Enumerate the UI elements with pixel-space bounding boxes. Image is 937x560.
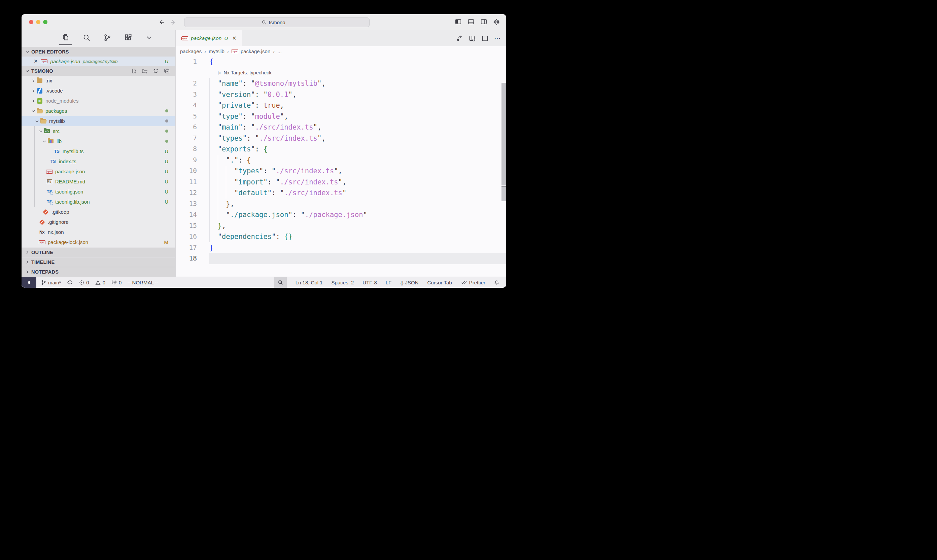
notepads-section-header[interactable]: NOTEPADS bbox=[22, 267, 175, 277]
status-0[interactable]: 0 bbox=[111, 280, 122, 285]
tree-item-lib[interactable]: lib bbox=[22, 136, 175, 146]
tree-item-mytslib[interactable]: mytslib bbox=[22, 116, 175, 126]
close-tab-icon[interactable]: ✕ bbox=[232, 35, 237, 42]
status-cursor-tab[interactable]: Cursor Tab bbox=[428, 280, 452, 285]
split-editor-icon[interactable] bbox=[482, 35, 488, 42]
tree-item-tsconfig-lib-json[interactable]: TStsconfig.lib.jsonU bbox=[22, 197, 175, 207]
code-area[interactable]: 1{▷Nx Targets: typecheck2 "name": "@tsmo… bbox=[176, 56, 506, 277]
status-normal[interactable]: -- NORMAL -- bbox=[127, 280, 158, 285]
tree-item--vscode[interactable]: .vscode bbox=[22, 86, 175, 96]
tree-item-label: .gitkeep bbox=[51, 209, 69, 215]
tree-item-package-json[interactable]: npmpackage.jsonU bbox=[22, 166, 175, 177]
codelens-nx-targets[interactable]: ▷Nx Targets: typecheck bbox=[176, 67, 506, 78]
timeline-title: TIMELINE bbox=[31, 260, 54, 265]
tab-package-json[interactable]: npm package.json U ✕ bbox=[176, 30, 242, 46]
zoom-in-button[interactable] bbox=[274, 277, 287, 288]
code-line-17[interactable]: 17} bbox=[176, 242, 506, 254]
minimize-window-button[interactable] bbox=[36, 20, 40, 24]
run-layout-icon[interactable] bbox=[469, 35, 475, 42]
refresh-icon[interactable] bbox=[153, 68, 159, 74]
code-line-12[interactable]: 12 "default": "./src/index.ts" bbox=[176, 188, 506, 198]
tree-item-readme-md[interactable]: M↓README.mdU bbox=[22, 177, 175, 187]
status-label: 0 bbox=[119, 280, 122, 285]
tree-item-tsconfig-json[interactable]: TStsconfig.jsonU bbox=[22, 187, 175, 197]
breadcrumb-item[interactable]: npmpackage.json bbox=[232, 48, 270, 54]
status-lf[interactable]: LF bbox=[386, 280, 392, 285]
code-line-10[interactable]: 10 "types": "./src/index.ts", bbox=[176, 166, 506, 177]
code-line-14[interactable]: 14 "./package.json": "./package.json" bbox=[176, 209, 506, 220]
new-folder-icon[interactable] bbox=[142, 68, 148, 74]
code-line-15[interactable]: 15 }, bbox=[176, 220, 506, 232]
status-ln-18-col-1[interactable]: Ln 18, Col 1 bbox=[295, 280, 323, 285]
code-line-1[interactable]: 1{ bbox=[176, 56, 506, 67]
code-line-5[interactable]: 5 "type": "module", bbox=[176, 111, 506, 122]
timeline-section-header[interactable]: TIMELINE bbox=[22, 257, 175, 267]
tree-item-index-ts[interactable]: TSindex.tsU bbox=[22, 157, 175, 166]
explorer-files-icon[interactable] bbox=[59, 30, 72, 45]
tree-item--gitignore[interactable]: .gitignore bbox=[22, 217, 175, 227]
tree-item-nx-json[interactable]: Nxnx.json bbox=[22, 227, 175, 237]
code-line-7[interactable]: 7 "types": "./src/index.ts", bbox=[176, 133, 506, 144]
toggle-panel-icon[interactable] bbox=[468, 18, 475, 26]
collapse-all-icon[interactable] bbox=[164, 68, 170, 74]
tree-item--gitkeep[interactable]: .gitkeep bbox=[22, 207, 175, 217]
breadcrumb-item[interactable]: mytslib bbox=[209, 48, 225, 54]
remote-indicator[interactable] bbox=[22, 277, 36, 288]
code-line-11[interactable]: 11 "import": "./src/index.ts", bbox=[176, 177, 506, 188]
forward-arrow-icon[interactable] bbox=[170, 19, 176, 26]
tree-item-src[interactable]: src bbox=[22, 126, 175, 136]
more-views-chevron-icon[interactable] bbox=[143, 30, 155, 45]
code-line-16[interactable]: 16 "dependencies": {} bbox=[176, 231, 506, 242]
settings-gear-icon[interactable] bbox=[493, 18, 500, 26]
extensions-icon[interactable] bbox=[122, 30, 135, 45]
line-number: 17 bbox=[176, 242, 209, 254]
new-file-icon[interactable] bbox=[131, 68, 137, 74]
breadcrumb-item[interactable]: packages bbox=[180, 48, 202, 54]
tree-item-package-lock-json[interactable]: npmpackage-lock.jsonM bbox=[22, 237, 175, 247]
tree-item--nx[interactable]: .nx bbox=[22, 76, 175, 86]
code-line-13[interactable]: 13 }, bbox=[176, 198, 506, 210]
back-arrow-icon[interactable] bbox=[158, 19, 165, 26]
open-editors-header[interactable]: OPEN EDITORS bbox=[22, 47, 175, 57]
status-cloud-upload[interactable] bbox=[67, 280, 73, 285]
scrollbar-slider-segment[interactable] bbox=[502, 186, 506, 201]
code-line-9[interactable]: 9 ".": { bbox=[176, 155, 506, 166]
code-line-4[interactable]: 4 "private": true, bbox=[176, 100, 506, 111]
toggle-primary-sidebar-icon[interactable] bbox=[455, 18, 462, 26]
code-line-18[interactable]: 18 bbox=[176, 253, 506, 264]
outline-section-header[interactable]: OUTLINE bbox=[22, 247, 175, 257]
editor-group: npm package.json U ✕ ··· packages›mytsli… bbox=[176, 30, 506, 277]
app-window: OPEN EDITORS ✕ npm package.json packages… bbox=[22, 14, 506, 288]
status-0[interactable]: 0 bbox=[95, 280, 105, 285]
search-input[interactable] bbox=[269, 20, 292, 25]
breadcrumb-item[interactable]: ... bbox=[277, 48, 282, 54]
code-line-2[interactable]: 2 "name": "@tsmono/mytslib", bbox=[176, 78, 506, 89]
explorer-section-header[interactable]: TSMONO bbox=[22, 66, 175, 76]
maximize-window-button[interactable] bbox=[43, 20, 48, 24]
code-line-6[interactable]: 6 "main": "./src/index.ts", bbox=[176, 122, 506, 133]
status-utf-8[interactable]: UTF-8 bbox=[363, 280, 377, 285]
status-right: Ln 18, Col 1Spaces: 2UTF-8LF{} JSONCurso… bbox=[274, 277, 506, 288]
command-center-search[interactable] bbox=[184, 17, 369, 27]
scrollbar-slider[interactable] bbox=[502, 83, 506, 185]
search-view-icon[interactable] bbox=[80, 30, 93, 45]
status-spaces-2[interactable]: Spaces: 2 bbox=[332, 280, 354, 285]
status-main[interactable]: main* bbox=[41, 280, 61, 285]
close-window-button[interactable] bbox=[29, 20, 33, 24]
more-actions-icon[interactable]: ··· bbox=[494, 35, 501, 42]
tree-item-mytslib-ts[interactable]: TSmytslib.tsU bbox=[22, 146, 175, 157]
status-prettier[interactable]: Prettier bbox=[461, 280, 485, 285]
status-bell[interactable] bbox=[494, 280, 500, 285]
tree-item-node-modules[interactable]: jsnode_modules bbox=[22, 96, 175, 106]
code-line-3[interactable]: 3 "version": "0.0.1", bbox=[176, 89, 506, 100]
open-changes-icon[interactable] bbox=[456, 35, 463, 42]
code-line-8[interactable]: 8 "exports": { bbox=[176, 144, 506, 155]
status-0[interactable]: 0 bbox=[79, 280, 89, 285]
toggle-secondary-sidebar-icon[interactable] bbox=[480, 18, 487, 26]
close-icon[interactable]: ✕ bbox=[34, 58, 38, 64]
status-json[interactable]: {} JSON bbox=[400, 280, 418, 285]
open-editor-item[interactable]: ✕ npm package.json packages/mytslib U bbox=[22, 57, 175, 66]
status-label: 0 bbox=[86, 280, 89, 285]
source-control-icon[interactable] bbox=[101, 30, 114, 45]
tree-item-packages[interactable]: packages bbox=[22, 106, 175, 116]
